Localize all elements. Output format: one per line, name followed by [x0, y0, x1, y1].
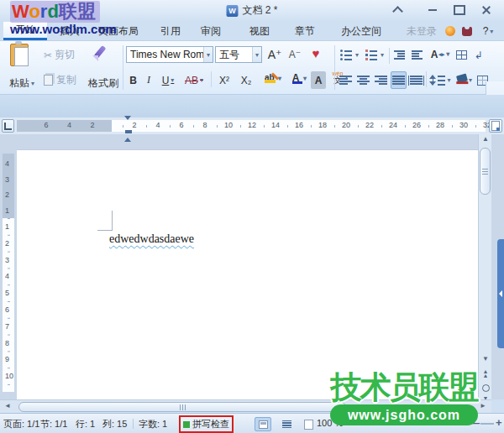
zoom-in-button[interactable]: + — [496, 416, 502, 429]
chevron-down-icon: ▾ — [355, 51, 359, 59]
align-right-button[interactable] — [373, 71, 389, 89]
left-indent-marker[interactable] — [125, 130, 132, 133]
underline-button[interactable]: U▾ — [157, 71, 179, 89]
document-page[interactable]: edwedwdasdaewe — [17, 149, 478, 400]
font-color-button[interactable]: A ▾ — [287, 70, 309, 87]
char-shading-button[interactable]: A — [311, 71, 326, 89]
minimize-button[interactable] — [421, 3, 444, 17]
numbered-list-button[interactable]: ▾ — [363, 46, 386, 64]
scroll-up-button[interactable]: ▲ — [480, 136, 491, 143]
clipboard-page — [14, 47, 29, 66]
subscript-button[interactable]: X₂ — [236, 71, 256, 89]
ruler-number: 7 — [5, 321, 9, 331]
decrease-indent-button[interactable] — [391, 46, 407, 64]
copy-button[interactable]: 复制 — [44, 71, 89, 89]
italic-button[interactable]: I — [142, 71, 155, 89]
maximize-button[interactable] — [448, 3, 471, 17]
strikethrough-button[interactable]: AB▾ — [181, 71, 207, 89]
zoom-slider[interactable] — [480, 423, 494, 425]
vertical-ruler[interactable]: 4321 12345678910 — [3, 134, 14, 399]
chevron-down-icon: ▾ — [469, 76, 472, 84]
bullet-list-button[interactable]: ▾ — [338, 46, 361, 64]
format-painter-button[interactable]: 格式刷 — [86, 75, 121, 92]
cut-label: 剪切 — [55, 48, 75, 62]
browse-object-button[interactable] — [480, 384, 491, 392]
tab-references[interactable]: 引用 — [151, 22, 190, 40]
shading-bucket-icon — [456, 74, 468, 84]
v-scroll-thumb[interactable] — [480, 148, 491, 195]
font-name-combo[interactable]: Times New Roma ▾ — [126, 46, 213, 63]
text-effects-button[interactable]: ♥ — [306, 44, 326, 62]
spellcheck-button[interactable]: 拼写检查 — [192, 418, 229, 430]
horizontal-ruler[interactable]: 642 2468101214161820222426283032 — [17, 120, 486, 132]
tab-page-layout[interactable]: 页面布局 — [92, 22, 144, 40]
vertical-scrollbar[interactable]: ▲ ▼ ▲▲ ▼▼ — [478, 134, 491, 413]
tab-label: 页面布局 — [98, 24, 139, 39]
ruler-number: 10 — [224, 121, 233, 130]
superscript-button[interactable]: X² — [214, 71, 234, 89]
ruler-number: 2 — [132, 121, 136, 130]
tab-office-space[interactable]: 办公空间 — [333, 22, 390, 40]
help-button[interactable]: ?▾ — [477, 22, 499, 40]
scroll-left-button[interactable]: ◄ — [2, 403, 13, 410]
tab-review[interactable]: 审阅 — [192, 22, 230, 40]
window-title: W 文档 2 * — [226, 3, 277, 18]
paste-button[interactable]: 粘贴▾ — [2, 75, 42, 92]
zoom-level: 100 % — [317, 418, 343, 428]
shading-button[interactable]: ▾ — [454, 71, 475, 89]
scroll-down-button[interactable]: ▼ — [480, 356, 491, 363]
previous-page-button[interactable]: ▲▲ — [480, 369, 491, 378]
status-page: 页面: 1/1 — [3, 418, 39, 430]
font-size-combo[interactable]: 五号 ▾ — [215, 46, 262, 63]
collapse-ribbon-button[interactable] — [386, 3, 409, 17]
ruler-number: 2 — [90, 121, 94, 130]
align-center-button[interactable] — [355, 71, 371, 89]
char-scale-button[interactable]: A ◂▸ ▾ — [428, 45, 452, 63]
tab-insert[interactable]: 插入 — [50, 22, 89, 40]
highlight-button[interactable]: ab ▾ — [260, 70, 285, 87]
ruler-number: 5 — [5, 289, 9, 298]
view-outline-icon — [282, 420, 291, 429]
sidebar-expand-handle[interactable] — [497, 239, 504, 348]
tab-view[interactable]: 视图 — [240, 22, 279, 40]
view-web-button[interactable] — [300, 417, 317, 431]
chevron-down-icon: ▾ — [200, 76, 203, 84]
tab-stop-selector[interactable] — [2, 119, 14, 133]
ruler-number: 10 — [5, 372, 13, 381]
tab-section[interactable]: 章节 — [286, 22, 324, 40]
line-break-button[interactable]: ↲ — [471, 46, 486, 64]
h-ruler-white: 2468101214161820222426283032 — [112, 120, 486, 132]
login-status[interactable]: 未登录 — [403, 22, 440, 40]
bullet-list-icon — [340, 50, 352, 60]
align-left-button[interactable] — [338, 71, 354, 89]
h-scroll-thumb[interactable] — [18, 402, 346, 412]
increase-indent-button[interactable] — [409, 46, 425, 64]
ruler-toggle-button[interactable] — [489, 119, 502, 133]
tab-home[interactable]: 开始 — [3, 22, 47, 40]
ruler-number: 24 — [389, 121, 397, 130]
shrink-font-icon: A⁻ — [289, 49, 301, 60]
cut-button[interactable]: ✂ 剪切 — [44, 46, 89, 64]
v-ruler-margin: 4321 — [3, 154, 14, 218]
view-page-button[interactable] — [255, 417, 271, 431]
margin-corner-mark-h — [97, 230, 113, 231]
close-button[interactable] — [475, 3, 498, 17]
scroll-right-button[interactable]: ► — [477, 403, 489, 410]
promo-flame-button[interactable] — [444, 22, 457, 40]
line-spacing-button[interactable]: ▾ — [428, 71, 452, 89]
distribute-button[interactable] — [408, 71, 424, 89]
align-justify-button[interactable] — [391, 71, 407, 89]
zoom-out-button[interactable]: — — [469, 416, 480, 429]
shrink-font-button[interactable]: A⁻ — [286, 45, 304, 63]
view-outline-button[interactable] — [278, 417, 295, 431]
horizontal-scrollbar[interactable]: ◄ ► — [0, 399, 491, 413]
arrow-up-icon: ▲ — [482, 136, 489, 143]
text-direction-button[interactable] — [454, 46, 470, 64]
tab-label: 办公空间 — [341, 24, 381, 39]
document-text[interactable]: edwedwdasdaewe — [109, 232, 194, 246]
skin-button[interactable] — [460, 22, 474, 40]
ruler-number: 2 — [5, 190, 9, 200]
grow-font-button[interactable]: A⁺ — [265, 45, 284, 63]
bold-button[interactable]: B — [126, 71, 140, 89]
double-arrow-up-icon: ▲▲ — [483, 369, 489, 378]
